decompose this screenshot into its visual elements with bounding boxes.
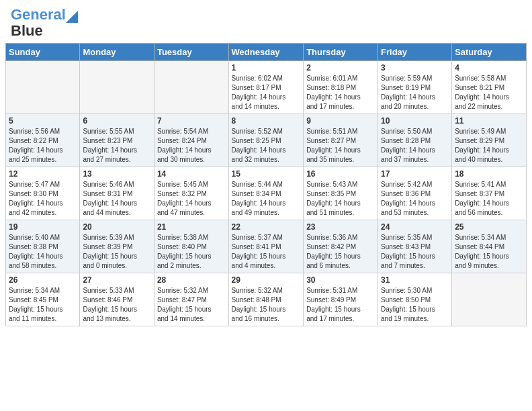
day-info: Sunrise: 6:02 AMSunset: 8:17 PMDaylight:… xyxy=(232,74,301,111)
col-monday: Monday xyxy=(80,44,154,61)
calendar-cell: 18Sunrise: 5:41 AMSunset: 8:37 PMDayligh… xyxy=(452,167,527,220)
day-number: 30 xyxy=(306,275,375,285)
calendar-cell: 4Sunrise: 5:58 AMSunset: 8:21 PMDaylight… xyxy=(452,61,527,114)
day-number: 15 xyxy=(232,169,301,179)
calendar-header-row: Sunday Monday Tuesday Wednesday Thursday… xyxy=(6,44,527,61)
day-info: Sunrise: 5:38 AMSunset: 8:40 PMDaylight:… xyxy=(157,233,226,271)
calendar-cell xyxy=(6,61,80,114)
calendar-table: Sunday Monday Tuesday Wednesday Thursday… xyxy=(5,43,527,326)
day-info: Sunrise: 5:39 AMSunset: 8:39 PMDaylight:… xyxy=(83,233,151,271)
day-info: Sunrise: 5:34 AMSunset: 8:44 PMDaylight:… xyxy=(455,233,523,271)
calendar-cell: 17Sunrise: 5:42 AMSunset: 8:36 PMDayligh… xyxy=(378,167,452,220)
day-number: 21 xyxy=(157,222,226,232)
col-thursday: Thursday xyxy=(304,44,378,61)
calendar-cell: 13Sunrise: 5:46 AMSunset: 8:31 PMDayligh… xyxy=(80,167,154,220)
calendar-cell: 23Sunrise: 5:36 AMSunset: 8:42 PMDayligh… xyxy=(304,220,378,273)
day-number: 16 xyxy=(306,169,375,179)
calendar-cell: 26Sunrise: 5:34 AMSunset: 8:45 PMDayligh… xyxy=(6,273,80,326)
calendar-wrapper: Sunday Monday Tuesday Wednesday Thursday… xyxy=(0,43,532,332)
day-number: 4 xyxy=(455,63,523,73)
day-info: Sunrise: 5:59 AMSunset: 8:19 PMDaylight:… xyxy=(381,74,449,111)
calendar-cell: 16Sunrise: 5:43 AMSunset: 8:35 PMDayligh… xyxy=(304,167,378,220)
day-info: Sunrise: 6:01 AMSunset: 8:18 PMDaylight:… xyxy=(306,74,375,111)
calendar-cell: 25Sunrise: 5:34 AMSunset: 8:44 PMDayligh… xyxy=(452,220,527,273)
day-info: Sunrise: 5:50 AMSunset: 8:28 PMDaylight:… xyxy=(381,127,449,165)
calendar-cell: 8Sunrise: 5:52 AMSunset: 8:25 PMDaylight… xyxy=(228,114,304,167)
day-number: 31 xyxy=(381,275,449,285)
svg-marker-0 xyxy=(66,11,78,23)
day-number: 10 xyxy=(381,116,449,126)
day-info: Sunrise: 5:44 AMSunset: 8:34 PMDaylight:… xyxy=(232,180,301,218)
day-number: 9 xyxy=(306,116,375,126)
day-info: Sunrise: 5:43 AMSunset: 8:35 PMDaylight:… xyxy=(306,180,375,218)
day-info: Sunrise: 5:58 AMSunset: 8:21 PMDaylight:… xyxy=(455,74,523,111)
calendar-cell: 14Sunrise: 5:45 AMSunset: 8:32 PMDayligh… xyxy=(154,167,228,220)
day-info: Sunrise: 5:42 AMSunset: 8:36 PMDaylight:… xyxy=(381,180,449,218)
day-number: 20 xyxy=(83,222,151,232)
day-number: 12 xyxy=(9,169,77,179)
day-info: Sunrise: 5:56 AMSunset: 8:22 PMDaylight:… xyxy=(9,127,77,165)
day-number: 19 xyxy=(9,222,77,232)
day-info: Sunrise: 5:49 AMSunset: 8:29 PMDaylight:… xyxy=(455,127,523,165)
calendar-cell: 11Sunrise: 5:49 AMSunset: 8:29 PMDayligh… xyxy=(452,114,527,167)
day-number: 2 xyxy=(306,63,375,73)
calendar-cell: 5Sunrise: 5:56 AMSunset: 8:22 PMDaylight… xyxy=(6,114,80,167)
calendar-cell: 24Sunrise: 5:35 AMSunset: 8:43 PMDayligh… xyxy=(378,220,452,273)
day-number: 26 xyxy=(9,275,77,285)
logo-blue: Blue xyxy=(11,22,43,39)
calendar-cell: 9Sunrise: 5:51 AMSunset: 8:27 PMDaylight… xyxy=(304,114,378,167)
day-info: Sunrise: 5:40 AMSunset: 8:38 PMDaylight:… xyxy=(9,233,77,271)
day-number: 18 xyxy=(455,169,523,179)
day-info: Sunrise: 5:47 AMSunset: 8:30 PMDaylight:… xyxy=(9,180,77,218)
calendar-cell: 3Sunrise: 5:59 AMSunset: 8:19 PMDaylight… xyxy=(378,61,452,114)
calendar-week-5: 26Sunrise: 5:34 AMSunset: 8:45 PMDayligh… xyxy=(6,273,527,326)
day-info: Sunrise: 5:33 AMSunset: 8:46 PMDaylight:… xyxy=(83,286,151,324)
calendar-cell: 6Sunrise: 5:55 AMSunset: 8:23 PMDaylight… xyxy=(80,114,154,167)
col-saturday: Saturday xyxy=(452,44,527,61)
calendar-cell: 29Sunrise: 5:32 AMSunset: 8:48 PMDayligh… xyxy=(228,273,304,326)
calendar-cell: 19Sunrise: 5:40 AMSunset: 8:38 PMDayligh… xyxy=(6,220,80,273)
calendar-week-3: 12Sunrise: 5:47 AMSunset: 8:30 PMDayligh… xyxy=(6,167,527,220)
day-number: 27 xyxy=(83,275,151,285)
logo-text: General Blue xyxy=(11,6,66,39)
day-number: 5 xyxy=(9,116,77,126)
calendar-cell: 12Sunrise: 5:47 AMSunset: 8:30 PMDayligh… xyxy=(6,167,80,220)
calendar-cell: 30Sunrise: 5:31 AMSunset: 8:49 PMDayligh… xyxy=(304,273,378,326)
header: General Blue xyxy=(0,0,532,43)
logo-triangle-icon xyxy=(66,8,78,23)
day-number: 29 xyxy=(232,275,301,285)
day-number: 1 xyxy=(232,63,301,73)
day-number: 17 xyxy=(381,169,449,179)
calendar-cell: 21Sunrise: 5:38 AMSunset: 8:40 PMDayligh… xyxy=(154,220,228,273)
day-info: Sunrise: 5:32 AMSunset: 8:48 PMDaylight:… xyxy=(232,286,301,324)
day-info: Sunrise: 5:54 AMSunset: 8:24 PMDaylight:… xyxy=(157,127,226,165)
day-info: Sunrise: 5:31 AMSunset: 8:49 PMDaylight:… xyxy=(306,286,375,324)
day-number: 14 xyxy=(157,169,226,179)
calendar-cell: 20Sunrise: 5:39 AMSunset: 8:39 PMDayligh… xyxy=(80,220,154,273)
day-info: Sunrise: 5:46 AMSunset: 8:31 PMDaylight:… xyxy=(83,180,151,218)
day-info: Sunrise: 5:45 AMSunset: 8:32 PMDaylight:… xyxy=(157,180,226,218)
calendar-cell: 7Sunrise: 5:54 AMSunset: 8:24 PMDaylight… xyxy=(154,114,228,167)
logo-general: General xyxy=(11,6,66,23)
calendar-week-4: 19Sunrise: 5:40 AMSunset: 8:38 PMDayligh… xyxy=(6,220,527,273)
logo: General Blue xyxy=(11,7,66,39)
day-info: Sunrise: 5:51 AMSunset: 8:27 PMDaylight:… xyxy=(306,127,375,165)
day-number: 8 xyxy=(232,116,301,126)
calendar-week-2: 5Sunrise: 5:56 AMSunset: 8:22 PMDaylight… xyxy=(6,114,527,167)
calendar-cell: 22Sunrise: 5:37 AMSunset: 8:41 PMDayligh… xyxy=(228,220,304,273)
day-info: Sunrise: 5:36 AMSunset: 8:42 PMDaylight:… xyxy=(306,233,375,271)
col-wednesday: Wednesday xyxy=(228,44,304,61)
calendar-cell: 2Sunrise: 6:01 AMSunset: 8:18 PMDaylight… xyxy=(304,61,378,114)
day-number: 3 xyxy=(381,63,449,73)
day-number: 13 xyxy=(83,169,151,179)
col-friday: Friday xyxy=(378,44,452,61)
day-info: Sunrise: 5:41 AMSunset: 8:37 PMDaylight:… xyxy=(455,180,523,218)
day-info: Sunrise: 5:52 AMSunset: 8:25 PMDaylight:… xyxy=(232,127,301,165)
col-tuesday: Tuesday xyxy=(154,44,228,61)
day-info: Sunrise: 5:32 AMSunset: 8:47 PMDaylight:… xyxy=(157,286,226,324)
calendar-cell: 28Sunrise: 5:32 AMSunset: 8:47 PMDayligh… xyxy=(154,273,228,326)
calendar-cell: 15Sunrise: 5:44 AMSunset: 8:34 PMDayligh… xyxy=(228,167,304,220)
day-number: 6 xyxy=(83,116,151,126)
day-number: 24 xyxy=(381,222,449,232)
day-number: 22 xyxy=(232,222,301,232)
